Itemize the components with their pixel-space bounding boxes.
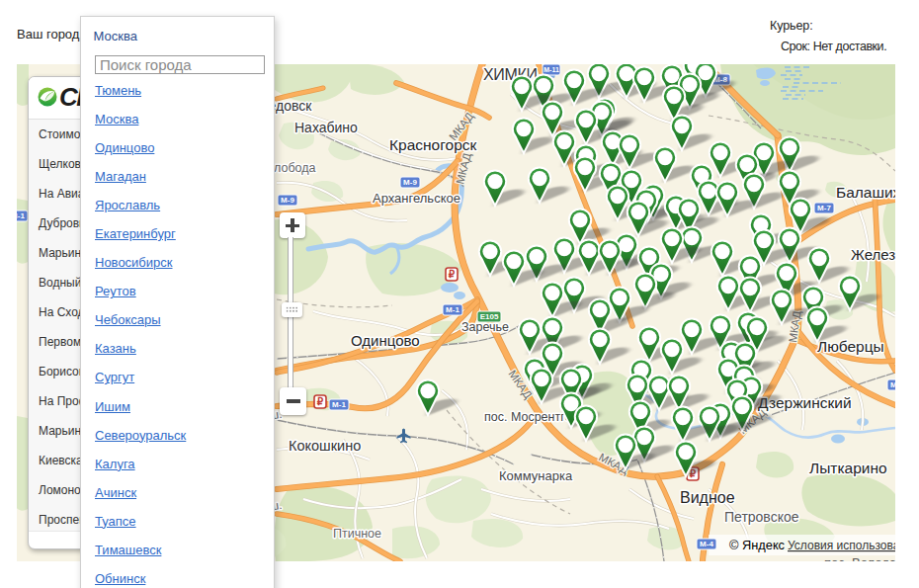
svg-text:Условия использования: Условия использования: [788, 539, 895, 552]
svg-text:Нахабино: Нахабино: [294, 120, 358, 135]
svg-text:М-1: М-1: [17, 211, 25, 220]
svg-text:М-1: М-1: [332, 400, 346, 409]
svg-text:Одинцово: Одинцово: [351, 332, 420, 349]
svg-text:₽: ₽: [317, 396, 324, 407]
svg-text:Лыткарино: Лыткарино: [809, 460, 887, 476]
svg-text:пос. Володарско: пос. Володарско: [824, 555, 895, 561]
svg-text:М-11: М-11: [543, 66, 559, 73]
svg-text:Красногорск: Красногорск: [389, 136, 477, 153]
svg-text:М-9: М-9: [281, 196, 294, 205]
svg-text:Кокошкино: Кокошкино: [289, 438, 361, 454]
svg-text:Люберцы: Люберцы: [817, 338, 884, 355]
svg-text:Е105: Е105: [480, 312, 499, 321]
svg-text:Птичное: Птичное: [333, 527, 381, 541]
svg-text:М-7: М-7: [817, 204, 831, 212]
svg-text:© Яндекс: © Яндекс: [729, 538, 786, 552]
svg-text:Коммунарка: Коммунарка: [499, 468, 573, 483]
svg-text:М-1: М-1: [446, 305, 460, 314]
svg-text:М-9: М-9: [403, 178, 417, 187]
svg-text:М-4: М-4: [700, 540, 713, 548]
svg-text:Балашиха: Балашиха: [836, 184, 895, 201]
svg-text:М-5: М-5: [890, 380, 895, 389]
svg-text:Видное: Видное: [680, 489, 735, 506]
svg-text:₽: ₽: [449, 269, 456, 280]
svg-text:Железн: Железн: [851, 246, 895, 263]
svg-text:Петровское: Петровское: [724, 509, 799, 525]
svg-text:Архангельское: Архангельское: [373, 191, 460, 206]
